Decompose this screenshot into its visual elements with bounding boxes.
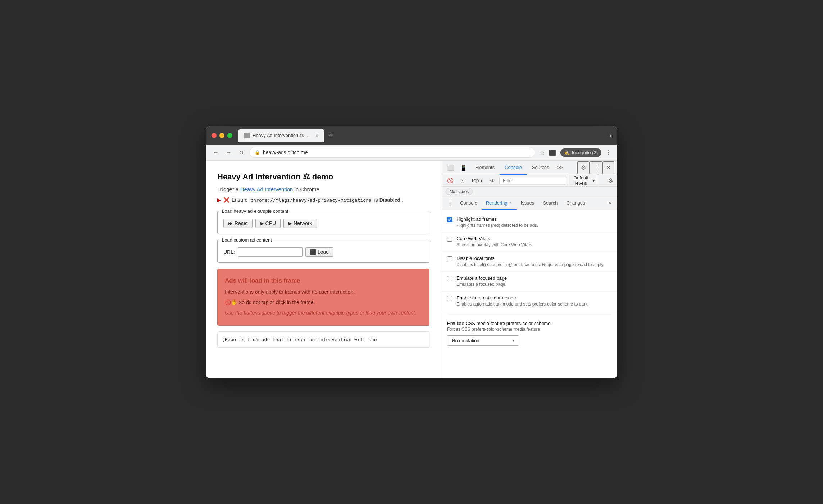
traffic-lights [212, 133, 232, 138]
tab-console[interactable]: Console [500, 161, 527, 175]
load-button[interactable]: ⬛ Load [305, 247, 333, 257]
device-toolbar-button[interactable]: 📱 [457, 162, 470, 173]
clear-console-button[interactable]: 🚫 [444, 176, 456, 185]
section1-legend: Load heavy ad example content [220, 208, 290, 215]
default-levels-arrow: ▾ [592, 178, 595, 183]
toggle-drawer-button[interactable]: ⊡ [458, 176, 468, 185]
rendering-item-auto-dark-mode: Enable automatic dark mode Enables autom… [441, 292, 617, 311]
more-tabs-button[interactable]: › [610, 132, 611, 139]
rendering-tab-search[interactable]: Search [538, 197, 562, 210]
rendering-tab-changes-label: Changes [567, 200, 585, 206]
console-log-text: [Reports from ads that trigger an interv… [222, 337, 377, 342]
subtitle-text: Trigger a [217, 186, 240, 192]
cpu-icon: ▶ [260, 220, 264, 226]
rendering-tab-console[interactable]: Console [456, 197, 482, 210]
reset-button[interactable]: ⏮ Reset [223, 219, 253, 228]
rendering-content: Highlight ad frames Highlights frames (r… [441, 210, 617, 378]
load-heavy-ad-section: Load heavy ad example content ⏮ Reset ▶ … [217, 211, 429, 234]
forward-button[interactable]: → [224, 148, 233, 157]
highlight-ad-desc: Highlights frames (red) detected to be a… [456, 223, 611, 229]
no-issues-bar: No Issues [441, 187, 617, 197]
rendering-tabs-dots[interactable]: ⋮ [444, 198, 456, 209]
auto-dark-mode-checkbox[interactable] [447, 296, 452, 301]
flag-x-icon: ❌ [223, 196, 229, 204]
subtitle-end: in Chrome. [295, 186, 321, 192]
emulate-focused-title: Emulate a focused page [456, 275, 611, 281]
inspect-element-button[interactable]: ⬜ [444, 162, 457, 173]
main-content: Heavy Ad Intervention ⚖ demo Trigger a H… [206, 161, 617, 378]
default-levels-label: Default levels [571, 175, 591, 186]
network-button[interactable]: ▶ Network [283, 219, 317, 228]
eye-button[interactable]: 👁 [487, 176, 498, 185]
rendering-item-disable-local-fonts: Disable local fonts Disables local() sou… [441, 252, 617, 272]
url-bar[interactable]: 🔒 heavy-ads.glitch.me [249, 147, 535, 158]
rendering-close-button[interactable]: × [510, 200, 512, 205]
emulate-select-arrow-icon: ▾ [512, 338, 514, 343]
devtools-more-button[interactable]: ⋮ [590, 161, 603, 174]
section2-legend: Load custom ad content [220, 237, 273, 244]
network-label: Network [294, 220, 312, 226]
filter-input[interactable] [499, 177, 566, 185]
emulate-focused-desc: Emulates a focused page. [456, 281, 611, 288]
back-button[interactable]: ← [212, 148, 220, 157]
console-settings-button[interactable]: ⚙ [606, 176, 614, 185]
tab-elements[interactable]: Elements [470, 161, 500, 175]
tab-sources[interactable]: Sources [527, 161, 554, 175]
rendering-tab-issues[interactable]: Issues [517, 197, 539, 210]
devtools-close-button[interactable]: ✕ [603, 161, 614, 174]
extensions-icon[interactable]: ⬛ [549, 149, 556, 156]
ad-frame-italic: Use the buttons above to trigger the dif… [225, 309, 422, 317]
flag-code: chrome://flags/heavy-ad-privacy-mitigati… [249, 197, 373, 203]
load-label: Load [318, 249, 329, 255]
title-bar: Heavy Ad Intervention ⚖ dem... × + › [206, 126, 617, 145]
emulate-focused-checkbox[interactable] [447, 276, 452, 281]
refresh-button[interactable]: ↻ [237, 148, 245, 157]
tab-close-button[interactable]: × [315, 133, 319, 138]
default-levels-button[interactable]: Default levels ▾ [568, 174, 598, 187]
eye-icon: 👁 [490, 178, 495, 183]
load-custom-ad-section: Load custom ad content URL: ⬛ Load [217, 240, 429, 263]
url-input[interactable] [238, 247, 303, 257]
emulate-select-value: No emulation [452, 338, 509, 343]
devtools-settings-button[interactable]: ⚙ [577, 161, 590, 174]
bookmark-icon[interactable]: ☆ [540, 149, 545, 156]
highlight-ad-checkbox[interactable] [447, 217, 452, 222]
tab-title: Heavy Ad Intervention ⚖ dem... [253, 133, 312, 138]
reset-icon: ⏮ [228, 220, 233, 226]
close-window-button[interactable] [212, 133, 217, 138]
section1-buttons: ⏮ Reset ▶ CPU ▶ Network [223, 219, 423, 228]
devtools-top-tabs: ⬜ 📱 Elements Console Sources >> ⚙ ⋮ ✕ [441, 161, 617, 175]
webpage-content: Heavy Ad Intervention ⚖ demo Trigger a H… [206, 161, 441, 378]
rendering-tabs: ⋮ Console Rendering × Issues Search Chan… [441, 197, 617, 210]
emulate-select[interactable]: No emulation ▾ [447, 335, 519, 346]
new-tab-button[interactable]: + [326, 130, 336, 141]
more-tabs-devtools-button[interactable]: >> [554, 162, 566, 173]
rendering-panel-close-button[interactable]: × [605, 198, 614, 208]
maximize-window-button[interactable] [227, 133, 232, 138]
browser-menu-button[interactable]: ⋮ [606, 149, 611, 156]
devtools-panel: ⬜ 📱 Elements Console Sources >> ⚙ ⋮ ✕ 🚫 [441, 161, 617, 378]
tab-elements-label: Elements [475, 165, 495, 170]
context-label: top [472, 178, 479, 183]
address-bar: ← → ↻ 🔒 heavy-ads.glitch.me ☆ ⬛ 🕵 Incogn… [206, 145, 617, 161]
heavy-ad-link[interactable]: Heavy Ad Intervention [240, 186, 293, 192]
incognito-label: Incognito (2) [572, 150, 598, 155]
core-web-vitals-checkbox[interactable] [447, 237, 452, 242]
browser-tab[interactable]: Heavy Ad Intervention ⚖ dem... × [238, 129, 324, 142]
flag-arrow-icon: ▶ [217, 196, 221, 204]
lock-icon: 🔒 [255, 150, 260, 155]
minimize-window-button[interactable] [219, 133, 224, 138]
no-issues-badge: No Issues [446, 188, 473, 195]
rendering-tab-rendering[interactable]: Rendering × [482, 197, 517, 210]
rendering-tab-changes[interactable]: Changes [562, 197, 590, 210]
url-text: heavy-ads.glitch.me [263, 150, 530, 155]
tab-console-label: Console [505, 165, 522, 170]
context-selector[interactable]: top ▾ [469, 176, 486, 185]
rendering-tab-issues-label: Issues [521, 200, 535, 206]
ad-frame-heading: Ads will load in this frame [225, 276, 422, 285]
ad-frame: Ads will load in this frame Intervention… [217, 269, 429, 326]
cpu-button[interactable]: ▶ CPU [255, 219, 281, 228]
tab-sources-label: Sources [532, 165, 549, 170]
disable-local-fonts-checkbox[interactable] [447, 256, 452, 261]
emulate-title: Emulate CSS media feature prefers-color-… [447, 321, 611, 326]
